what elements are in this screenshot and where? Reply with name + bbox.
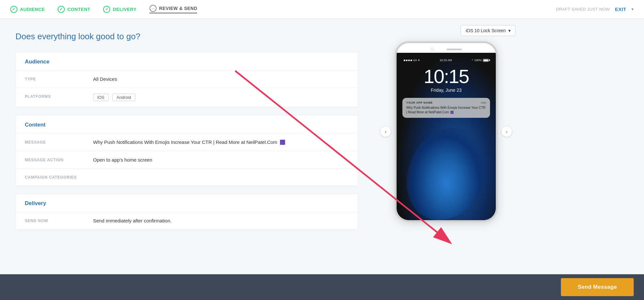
- audience-label: AUDIENCE: [20, 7, 45, 12]
- phone-speaker: [447, 49, 462, 50]
- phone-frame: UA ▾ 10:15 AM * 100%: [395, 41, 498, 222]
- notif-emoji-icon: [450, 111, 454, 114]
- content-section-body: MESSAGE Why Push Notifications With Emoj…: [16, 134, 358, 185]
- signal-dot-3: [408, 60, 410, 61]
- lock-time: 10:15 Friday, June 23: [401, 63, 491, 94]
- chevron-down-icon[interactable]: ▾: [631, 7, 634, 12]
- nav-step-delivery[interactable]: ✓ DELIVERY: [103, 6, 137, 13]
- status-bar: UA ▾ 10:15 AM * 100%: [401, 57, 491, 63]
- signal-dot-4: [410, 60, 412, 61]
- audience-type-row: TYPE All Devices: [16, 70, 358, 88]
- main-layout: Does everything look good to go? Audienc…: [0, 19, 644, 254]
- delivery-section-body: SEND NOW Send immediately after confirma…: [16, 212, 358, 229]
- content-label: CONTENT: [67, 7, 90, 12]
- audience-section: Audience TYPE All Devices PLATFORMS iOS …: [15, 52, 358, 107]
- send-now-label: SEND NOW: [25, 218, 83, 223]
- exit-button[interactable]: EXIT: [615, 6, 626, 12]
- type-label: TYPE: [25, 76, 83, 81]
- preview-dropdown[interactable]: iOS 10 Lock Screen ▾: [461, 25, 515, 36]
- notif-header: YOUR APP NAME now: [406, 101, 486, 104]
- message-text: Why Push Notifications With Emojis Incre…: [93, 139, 277, 145]
- notif-time: now: [481, 101, 486, 104]
- notif-app-name: YOUR APP NAME: [406, 101, 433, 104]
- phone-camera: [430, 48, 434, 51]
- preview-dropdown-label: iOS 10 Lock Screen: [466, 28, 506, 33]
- delivery-section: Delivery SEND NOW Send immediately after…: [15, 193, 358, 230]
- preview-dropdown-chevron: ▾: [508, 28, 511, 33]
- audience-section-title: Audience: [25, 59, 50, 65]
- send-now-value: Send immediately after confirmation.: [93, 218, 349, 223]
- bottom-bar: Send Message: [0, 274, 644, 300]
- message-label: MESSAGE: [25, 139, 83, 145]
- lock-date: Friday, June 23: [401, 88, 491, 93]
- content-check-icon: ✓: [58, 6, 65, 13]
- message-row: MESSAGE Why Push Notifications With Emoj…: [16, 134, 358, 151]
- status-right: * 100%: [472, 59, 489, 62]
- battery-fill: [484, 60, 488, 61]
- bluetooth-icon: *: [472, 59, 473, 62]
- signal-dot-2: [406, 60, 408, 61]
- phone-container: ‹ ›: [395, 41, 498, 222]
- platforms-value: iOS Android: [93, 94, 349, 101]
- draft-saved-text: DRAFT SAVED JUST NOW: [556, 7, 610, 12]
- content-section: Content MESSAGE Why Push Notifications W…: [15, 115, 358, 186]
- left-content: Does everything look good to go? Audienc…: [0, 19, 374, 254]
- message-action-label: MESSAGE ACTION: [25, 157, 83, 162]
- notif-message-text: Why Push Notifications With Emojis Incre…: [406, 106, 485, 114]
- campaign-categories-row: CAMPAIGN CATEGORIES: [16, 169, 358, 185]
- nav-step-review[interactable]: → REVIEW & SEND: [149, 5, 197, 14]
- audience-section-body: TYPE All Devices PLATFORMS iOS Android: [16, 70, 358, 107]
- status-time: 10:15 AM: [439, 59, 452, 62]
- delivery-section-header: Delivery: [16, 194, 358, 212]
- nav-steps: ✓ AUDIENCE ✓ CONTENT ✓ DELIVERY → REVIEW…: [10, 5, 197, 14]
- lock-screen-content: UA ▾ 10:15 AM * 100%: [397, 53, 496, 118]
- review-label: REVIEW & SEND: [159, 6, 197, 11]
- battery-percent: 100%: [474, 59, 482, 62]
- nav-step-content[interactable]: ✓ CONTENT: [58, 6, 90, 13]
- wifi-icon: ▾: [418, 59, 420, 62]
- notif-message: Why Push Notifications With Emojis Incre…: [406, 106, 486, 115]
- page-title: Does everything look good to go?: [15, 32, 358, 42]
- content-section-header: Content: [16, 115, 358, 134]
- phone-prev-arrow[interactable]: ‹: [380, 127, 391, 137]
- ios-tag: iOS: [93, 94, 109, 101]
- message-action-row: MESSAGE ACTION Open to app's home screen: [16, 151, 358, 169]
- nav-step-audience[interactable]: ✓ AUDIENCE: [10, 6, 45, 13]
- delivery-check-icon: ✓: [103, 6, 110, 13]
- right-panel: iOS 10 Lock Screen ▾ ‹ ›: [374, 19, 522, 254]
- carrier-name: UA: [413, 59, 417, 62]
- type-value: All Devices: [93, 76, 349, 82]
- phone-top-bar: [397, 43, 496, 53]
- audience-section-header: Audience: [16, 52, 358, 70]
- send-now-row: SEND NOW Send immediately after confirma…: [16, 212, 358, 229]
- message-action-value: Open to app's home screen: [93, 157, 349, 163]
- status-left: UA ▾: [404, 59, 420, 62]
- content-section-title: Content: [25, 122, 45, 128]
- signal-dot-1: [404, 60, 405, 61]
- campaign-categories-label: CAMPAIGN CATEGORIES: [25, 174, 83, 180]
- send-message-button[interactable]: Send Message: [561, 278, 634, 296]
- delivery-label: DELIVERY: [113, 7, 137, 12]
- delivery-section-title: Delivery: [25, 200, 46, 206]
- phone-screen: UA ▾ 10:15 AM * 100%: [397, 53, 496, 220]
- lock-clock: 10:15: [401, 67, 491, 86]
- message-value: Why Push Notifications With Emojis Incre…: [93, 139, 349, 145]
- emoji-purple-icon: [280, 140, 285, 145]
- notification-card: YOUR APP NAME now Why Push Notifications…: [402, 98, 490, 118]
- review-circle-icon: →: [149, 5, 157, 12]
- platforms-label: PLATFORMS: [25, 94, 83, 99]
- battery-icon: [483, 59, 489, 62]
- top-nav: ✓ AUDIENCE ✓ CONTENT ✓ DELIVERY → REVIEW…: [0, 0, 644, 19]
- signal-bars: [404, 60, 412, 61]
- android-tag: Android: [112, 94, 135, 101]
- nav-right: DRAFT SAVED JUST NOW EXIT ▾: [556, 6, 634, 12]
- audience-platforms-row: PLATFORMS iOS Android: [16, 88, 358, 107]
- audience-check-icon: ✓: [10, 6, 17, 13]
- phone-next-arrow[interactable]: ›: [502, 127, 512, 137]
- preview-dropdown-row: iOS 10 Lock Screen ▾: [377, 25, 515, 36]
